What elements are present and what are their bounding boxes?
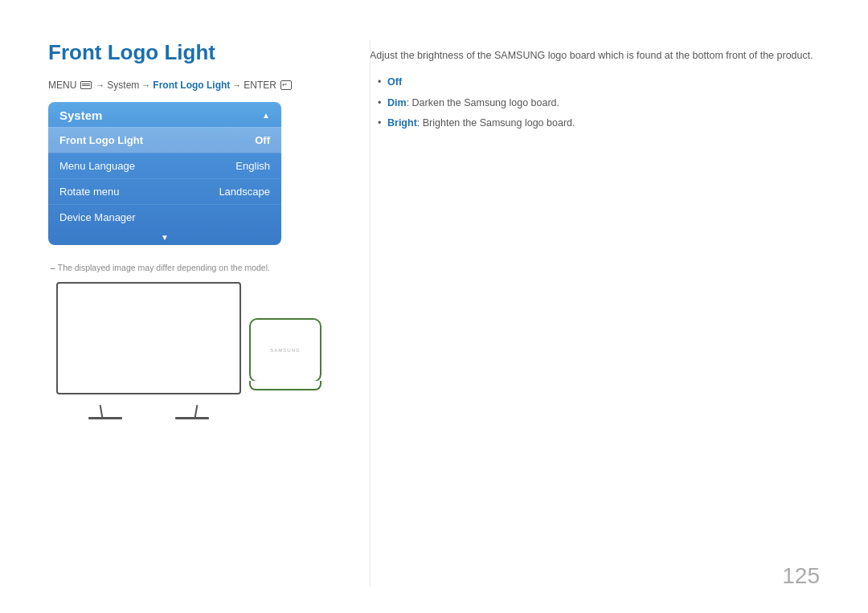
tv-screen [56,282,241,394]
menu-item-label: Menu Language [59,160,135,172]
right-column: Adjust the brightness of the SAMSUNG log… [370,40,820,407]
panel-header: System ▲ [48,102,281,127]
menu-item-value: English [235,160,270,172]
menu-item-label: Rotate menu [59,186,119,198]
left-column: Front Logo Light MENU → System → Front L… [48,40,338,407]
panel-arrow-up-icon: ▲ [262,111,270,120]
page-title: Front Logo Light [48,40,338,65]
bullet-desc-dim: : Darken the Samsung logo board. [407,97,559,108]
panel-arrow-down-icon: ▼ [48,230,281,245]
tv-stand-right [194,405,199,418]
samsung-logo: SAMSUNG [270,348,300,353]
menu-item-label: Device Manager [59,211,136,223]
diagram-note: The displayed image may differ depending… [48,263,338,272]
menu-icon [80,81,92,89]
arrow2: → [141,80,150,90]
menu-item-rotate[interactable]: Rotate menu Landscape [48,178,281,204]
column-divider [370,40,371,586]
list-item-dim: Dim: Darken the Samsung logo board. [378,96,820,111]
breadcrumb-system: System [107,80,139,91]
menu-item-value: Landscape [219,186,270,198]
tv-stand-left [100,405,104,418]
bullet-term-dim: Dim [387,97,407,108]
bullet-desc-bright: : Brighten the Samsung logo board. [417,117,575,129]
list-item-bright: Bright: Brighten the Samsung logo board. [378,116,820,131]
tv-base-foot [249,381,321,390]
breadcrumb: MENU → System → Front Logo Light → ENTER [48,80,338,91]
breadcrumb-active: Front Logo Light [153,80,230,91]
enter-icon [280,80,292,90]
tv-diagram: SAMSUNG [56,282,338,407]
arrow3: → [232,80,241,90]
arrow1: → [96,80,104,90]
tv-foot-right [175,417,209,419]
menu-item-front-logo[interactable]: Front Logo Light Off [48,127,281,153]
tv-base-box: SAMSUNG [249,318,321,382]
menu-item-value: Off [255,134,270,146]
menu-item-label: Front Logo Light [59,134,143,146]
description-text: Adjust the brightness of the SAMSUNG log… [370,48,820,63]
system-panel: System ▲ Front Logo Light Off Menu Langu… [48,102,281,245]
breadcrumb-enter: ENTER [244,80,276,91]
bullet-term-bright: Bright [387,117,417,129]
tv-base-panel-illustration: SAMSUNG [249,318,321,390]
page-number: 125 [782,563,820,589]
bullet-term-off: Off [387,76,402,88]
panel-title: System [59,108,102,122]
bullet-list: Off Dim: Darken the Samsung logo board. … [370,75,820,131]
menu-item-language[interactable]: Menu Language English [48,153,281,178]
list-item-off: Off [378,75,820,90]
tv-foot-left [88,417,122,419]
tv-screen-illustration [56,282,241,407]
menu-label: MENU [48,80,76,91]
menu-item-device-manager[interactable]: Device Manager [48,204,281,230]
